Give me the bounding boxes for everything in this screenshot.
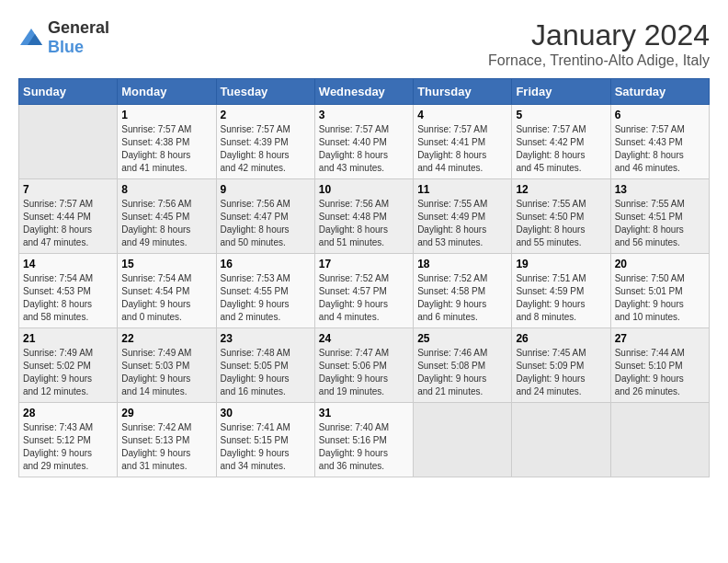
calendar-cell: 14Sunrise: 7:54 AM Sunset: 4:53 PM Dayli…: [19, 254, 118, 328]
title-area: January 2024 Fornace, Trentino-Alto Adig…: [488, 18, 710, 69]
day-number: 11: [417, 183, 507, 196]
day-number: 5: [516, 109, 606, 121]
logo-text-blue: Blue: [48, 38, 84, 56]
calendar-cell: 4Sunrise: 7:57 AM Sunset: 4:41 PM Daylig…: [414, 105, 512, 179]
day-number: 12: [516, 183, 606, 196]
calendar-cell: 15Sunrise: 7:54 AM Sunset: 4:54 PM Dayli…: [118, 254, 216, 328]
day-info: Sunrise: 7:49 AM Sunset: 5:02 PM Dayligh…: [23, 347, 113, 398]
day-number: 19: [516, 258, 606, 270]
header-sunday: Sunday: [19, 79, 118, 105]
week-row-3: 21Sunrise: 7:49 AM Sunset: 5:02 PM Dayli…: [19, 328, 710, 403]
page-header: General Blue January 2024 Fornace, Trent…: [18, 18, 710, 69]
day-number: 16: [221, 258, 311, 270]
day-number: 31: [319, 407, 409, 419]
calendar-cell: [19, 105, 118, 179]
calendar-cell: [414, 403, 512, 477]
day-info: Sunrise: 7:55 AM Sunset: 4:49 PM Dayligh…: [417, 198, 507, 249]
calendar-cell: 9Sunrise: 7:56 AM Sunset: 4:47 PM Daylig…: [216, 179, 314, 254]
main-title: January 2024: [488, 18, 710, 52]
day-number: 21: [23, 332, 113, 345]
calendar-cell: 27Sunrise: 7:44 AM Sunset: 5:10 PM Dayli…: [610, 328, 709, 403]
day-info: Sunrise: 7:57 AM Sunset: 4:42 PM Dayligh…: [516, 123, 606, 175]
header-thursday: Thursday: [414, 79, 512, 105]
day-info: Sunrise: 7:51 AM Sunset: 4:59 PM Dayligh…: [516, 272, 606, 324]
day-number: 1: [121, 109, 211, 121]
calendar-cell: 28Sunrise: 7:43 AM Sunset: 5:12 PM Dayli…: [19, 403, 118, 477]
day-info: Sunrise: 7:44 AM Sunset: 5:10 PM Dayligh…: [615, 347, 705, 398]
week-row-0: 1Sunrise: 7:57 AM Sunset: 4:38 PM Daylig…: [19, 105, 710, 179]
header-row: SundayMondayTuesdayWednesdayThursdayFrid…: [19, 79, 710, 105]
subtitle: Fornace, Trentino-Alto Adige, Italy: [488, 52, 710, 69]
calendar-cell: 16Sunrise: 7:53 AM Sunset: 4:55 PM Dayli…: [216, 254, 314, 328]
calendar-cell: [512, 403, 610, 477]
day-number: 24: [319, 332, 409, 345]
day-info: Sunrise: 7:57 AM Sunset: 4:38 PM Dayligh…: [121, 123, 211, 175]
day-number: 14: [23, 258, 113, 270]
calendar-cell: 17Sunrise: 7:52 AM Sunset: 4:57 PM Dayli…: [314, 254, 413, 328]
day-info: Sunrise: 7:57 AM Sunset: 4:39 PM Dayligh…: [221, 123, 311, 175]
day-number: 23: [221, 332, 311, 345]
calendar-cell: 10Sunrise: 7:56 AM Sunset: 4:48 PM Dayli…: [314, 179, 413, 254]
header-saturday: Saturday: [610, 79, 709, 105]
calendar-cell: 29Sunrise: 7:42 AM Sunset: 5:13 PM Dayli…: [118, 403, 216, 477]
day-info: Sunrise: 7:43 AM Sunset: 5:12 PM Dayligh…: [23, 421, 113, 473]
day-info: Sunrise: 7:47 AM Sunset: 5:06 PM Dayligh…: [319, 347, 409, 398]
header-tuesday: Tuesday: [216, 79, 314, 105]
day-info: Sunrise: 7:49 AM Sunset: 5:03 PM Dayligh…: [121, 347, 211, 398]
day-info: Sunrise: 7:50 AM Sunset: 5:01 PM Dayligh…: [615, 272, 705, 324]
day-number: 17: [319, 258, 409, 270]
calendar-cell: 2Sunrise: 7:57 AM Sunset: 4:39 PM Daylig…: [216, 105, 314, 179]
calendar-table: SundayMondayTuesdayWednesdayThursdayFrid…: [18, 78, 710, 477]
day-number: 29: [121, 407, 211, 419]
day-number: 15: [121, 258, 211, 270]
week-row-1: 7Sunrise: 7:57 AM Sunset: 4:44 PM Daylig…: [19, 179, 710, 254]
day-number: 26: [516, 332, 606, 345]
day-number: 13: [615, 183, 705, 196]
day-info: Sunrise: 7:57 AM Sunset: 4:43 PM Dayligh…: [615, 123, 705, 175]
calendar-cell: 3Sunrise: 7:57 AM Sunset: 4:40 PM Daylig…: [314, 105, 413, 179]
day-info: Sunrise: 7:52 AM Sunset: 4:57 PM Dayligh…: [319, 272, 409, 324]
day-number: 30: [221, 407, 311, 419]
header-friday: Friday: [512, 79, 610, 105]
day-info: Sunrise: 7:56 AM Sunset: 4:47 PM Dayligh…: [221, 198, 311, 249]
day-info: Sunrise: 7:55 AM Sunset: 4:50 PM Dayligh…: [516, 198, 606, 249]
day-number: 9: [221, 183, 311, 196]
day-info: Sunrise: 7:41 AM Sunset: 5:15 PM Dayligh…: [221, 421, 311, 473]
day-number: 28: [23, 407, 113, 419]
calendar-cell: 18Sunrise: 7:52 AM Sunset: 4:58 PM Dayli…: [414, 254, 512, 328]
calendar-cell: 6Sunrise: 7:57 AM Sunset: 4:43 PM Daylig…: [610, 105, 709, 179]
day-info: Sunrise: 7:40 AM Sunset: 5:16 PM Dayligh…: [319, 421, 409, 473]
calendar-cell: 19Sunrise: 7:51 AM Sunset: 4:59 PM Dayli…: [512, 254, 610, 328]
calendar-cell: 7Sunrise: 7:57 AM Sunset: 4:44 PM Daylig…: [19, 179, 118, 254]
calendar-cell: 13Sunrise: 7:55 AM Sunset: 4:51 PM Dayli…: [610, 179, 709, 254]
logo-text-general: General: [48, 18, 109, 37]
day-number: 18: [417, 258, 507, 270]
calendar-cell: 30Sunrise: 7:41 AM Sunset: 5:15 PM Dayli…: [216, 403, 314, 477]
day-info: Sunrise: 7:57 AM Sunset: 4:44 PM Dayligh…: [23, 198, 113, 249]
day-number: 4: [417, 109, 507, 121]
day-info: Sunrise: 7:57 AM Sunset: 4:40 PM Dayligh…: [319, 123, 409, 175]
calendar-cell: 23Sunrise: 7:48 AM Sunset: 5:05 PM Dayli…: [216, 328, 314, 403]
day-info: Sunrise: 7:45 AM Sunset: 5:09 PM Dayligh…: [516, 347, 606, 398]
calendar-cell: 12Sunrise: 7:55 AM Sunset: 4:50 PM Dayli…: [512, 179, 610, 254]
day-info: Sunrise: 7:53 AM Sunset: 4:55 PM Dayligh…: [221, 272, 311, 324]
calendar-cell: 26Sunrise: 7:45 AM Sunset: 5:09 PM Dayli…: [512, 328, 610, 403]
day-number: 7: [23, 183, 113, 196]
calendar-cell: [610, 403, 709, 477]
calendar-cell: 11Sunrise: 7:55 AM Sunset: 4:49 PM Dayli…: [414, 179, 512, 254]
day-number: 22: [121, 332, 211, 345]
day-info: Sunrise: 7:46 AM Sunset: 5:08 PM Dayligh…: [417, 347, 507, 398]
day-number: 3: [319, 109, 409, 121]
calendar-cell: 31Sunrise: 7:40 AM Sunset: 5:16 PM Dayli…: [314, 403, 413, 477]
day-info: Sunrise: 7:54 AM Sunset: 4:53 PM Dayligh…: [23, 272, 113, 324]
day-number: 25: [417, 332, 507, 345]
calendar-cell: 24Sunrise: 7:47 AM Sunset: 5:06 PM Dayli…: [314, 328, 413, 403]
day-info: Sunrise: 7:57 AM Sunset: 4:41 PM Dayligh…: [417, 123, 507, 175]
day-info: Sunrise: 7:42 AM Sunset: 5:13 PM Dayligh…: [121, 421, 211, 473]
calendar-cell: 21Sunrise: 7:49 AM Sunset: 5:02 PM Dayli…: [19, 328, 118, 403]
calendar-cell: 20Sunrise: 7:50 AM Sunset: 5:01 PM Dayli…: [610, 254, 709, 328]
day-number: 20: [615, 258, 705, 270]
day-info: Sunrise: 7:55 AM Sunset: 4:51 PM Dayligh…: [615, 198, 705, 249]
week-row-4: 28Sunrise: 7:43 AM Sunset: 5:12 PM Dayli…: [19, 403, 710, 477]
logo-icon: [18, 27, 44, 49]
